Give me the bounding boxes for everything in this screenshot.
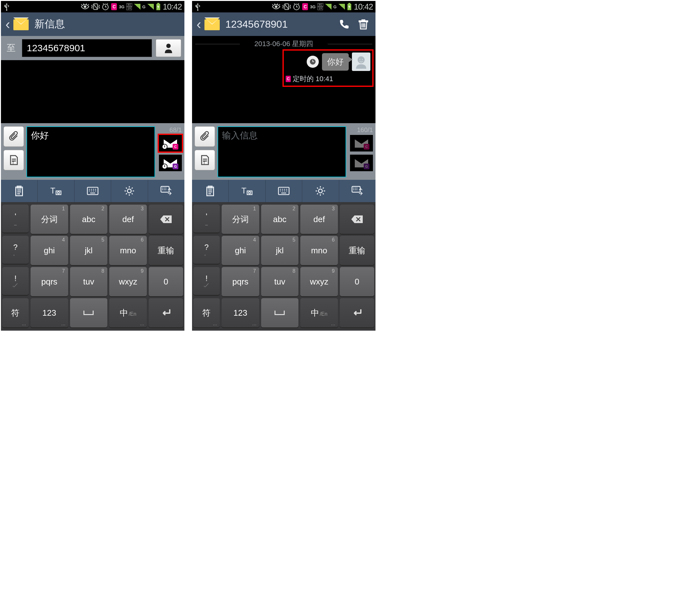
key-5[interactable]: 5jkl bbox=[261, 236, 299, 265]
status-time: 10:42 bbox=[354, 2, 373, 12]
svg-rect-32 bbox=[352, 187, 360, 192]
key-7[interactable]: 7pqrs bbox=[31, 267, 68, 296]
key-retype[interactable]: 重输 bbox=[149, 236, 183, 265]
recipient-label: 至 bbox=[4, 42, 18, 54]
action-bar: ‹ 12345678901 bbox=[192, 12, 376, 36]
key-8[interactable]: 8tuv bbox=[261, 267, 299, 296]
keyboard: '_ 1分词 2abc 3def ?。 4ghi 5jkl 6mno 重输 !,… bbox=[1, 202, 185, 331]
network-3g-indicator: 3G bbox=[119, 5, 124, 9]
attach-button[interactable] bbox=[3, 126, 24, 147]
battery-icon bbox=[347, 3, 352, 11]
kb-keyboard-button[interactable] bbox=[74, 180, 111, 202]
svg-point-11 bbox=[57, 192, 59, 194]
signal-bars-1 bbox=[325, 4, 332, 10]
status-time: 10:42 bbox=[163, 2, 182, 12]
eye-icon bbox=[81, 3, 89, 10]
attach-button[interactable] bbox=[194, 126, 215, 147]
key-6[interactable]: 6mno bbox=[300, 236, 338, 265]
phone-right-screenshot: C 3G 3G1X G 10:42 ‹ 12345678901 2013-06-… bbox=[192, 1, 376, 331]
key-1[interactable]: 1分词 bbox=[222, 205, 259, 234]
key-9[interactable]: 9wxyz bbox=[300, 267, 338, 296]
key-exclaim[interactable]: !,／ bbox=[2, 267, 29, 295]
recipient-input[interactable]: 12345678901 bbox=[22, 39, 152, 57]
kb-keyboard-button[interactable] bbox=[266, 180, 302, 202]
conversation-area[interactable]: 2013-06-06 星期四 你好 C 定时的 10:41 bbox=[192, 36, 376, 123]
key-symbol[interactable]: 符… bbox=[193, 298, 220, 327]
send-sim-g-button[interactable]: G bbox=[350, 155, 373, 171]
key-enter[interactable] bbox=[149, 298, 183, 327]
key-2[interactable]: 2abc bbox=[261, 205, 299, 234]
key-7[interactable]: 7pqrs bbox=[222, 267, 259, 296]
key-apostrophe[interactable]: '_ bbox=[193, 205, 220, 233]
key-0[interactable]: 0 bbox=[149, 267, 183, 296]
svg-text:T: T bbox=[12, 160, 14, 165]
key-question[interactable]: ?。 bbox=[2, 236, 29, 264]
send-sim-c-button[interactable]: C bbox=[350, 135, 373, 151]
key-backspace[interactable] bbox=[340, 205, 374, 234]
signal-bars-1 bbox=[134, 4, 141, 10]
key-space[interactable] bbox=[261, 298, 299, 327]
key-4[interactable]: 4ghi bbox=[31, 236, 68, 265]
char-counter: 160/1 bbox=[357, 126, 373, 134]
kb-move-button[interactable] bbox=[148, 180, 185, 202]
send-sim-g-button[interactable]: G bbox=[159, 155, 182, 171]
key-0[interactable]: 0 bbox=[340, 267, 374, 296]
key-backspace[interactable] bbox=[149, 205, 183, 234]
vibrate-icon bbox=[91, 3, 100, 10]
status-bar: C 3G 3G 1X G 10:42 bbox=[1, 1, 185, 12]
key-6[interactable]: 6mno bbox=[109, 236, 147, 265]
network-dual-indicator: 3G1X bbox=[318, 3, 323, 10]
key-4[interactable]: 4ghi bbox=[222, 236, 259, 265]
kb-clipboard-button[interactable] bbox=[192, 180, 229, 202]
key-5[interactable]: 5jkl bbox=[70, 236, 108, 265]
key-2[interactable]: 2abc bbox=[70, 205, 108, 234]
key-apostrophe[interactable]: '_ bbox=[2, 205, 29, 233]
back-button[interactable]: ‹ bbox=[194, 16, 203, 32]
action-bar: ‹ 新信息 bbox=[1, 12, 185, 36]
message-app-icon bbox=[13, 18, 29, 30]
pick-contact-button[interactable] bbox=[156, 39, 181, 57]
key-exclaim[interactable]: !,／ bbox=[193, 267, 220, 295]
contact-avatar[interactable] bbox=[352, 53, 370, 71]
svg-rect-4 bbox=[157, 3, 159, 4]
kb-text-camera-button[interactable]: T bbox=[38, 180, 74, 202]
template-button[interactable]: T bbox=[3, 150, 24, 170]
network-3g-indicator: 3G bbox=[310, 5, 315, 9]
compose-input[interactable]: 你好 bbox=[26, 126, 155, 177]
key-lang[interactable]: 中/En… bbox=[109, 298, 147, 327]
back-button[interactable]: ‹ bbox=[3, 16, 12, 32]
scheduled-clock-icon bbox=[307, 56, 319, 68]
compose-input[interactable]: 输入信息 bbox=[218, 126, 346, 177]
kb-move-button[interactable] bbox=[339, 180, 376, 202]
phone-left-screenshot: C 3G 3G 1X G 10:42 ‹ 新信息 至 12345678901 bbox=[1, 1, 185, 331]
key-3[interactable]: 3def bbox=[109, 205, 147, 234]
svg-rect-12 bbox=[87, 187, 98, 194]
kb-text-camera-button[interactable]: T bbox=[229, 180, 265, 202]
key-9[interactable]: 9wxyz bbox=[109, 267, 147, 296]
svg-point-15 bbox=[275, 5, 277, 8]
svg-point-22 bbox=[360, 59, 361, 60]
key-8[interactable]: 8tuv bbox=[70, 267, 108, 296]
key-retype[interactable]: 重输 bbox=[340, 236, 374, 265]
kb-settings-button[interactable] bbox=[111, 180, 148, 202]
key-question[interactable]: ?。 bbox=[193, 236, 220, 264]
key-symbol[interactable]: 符… bbox=[2, 298, 29, 327]
key-1[interactable]: 1分词 bbox=[31, 205, 68, 234]
signal-bars-2 bbox=[338, 4, 345, 10]
key-enter[interactable] bbox=[340, 298, 374, 327]
delete-button[interactable] bbox=[354, 16, 373, 32]
template-button[interactable]: T bbox=[194, 150, 215, 170]
svg-text:T: T bbox=[203, 160, 205, 165]
message-bubble[interactable]: 你好 bbox=[322, 53, 349, 71]
key-space[interactable] bbox=[70, 298, 108, 327]
key-3[interactable]: 3def bbox=[300, 205, 338, 234]
kb-settings-button[interactable] bbox=[302, 180, 339, 202]
send-sim-c-button[interactable]: C bbox=[159, 135, 182, 151]
key-123[interactable]: 123… bbox=[222, 298, 259, 327]
key-lang[interactable]: 中/En… bbox=[300, 298, 338, 327]
kb-clipboard-button[interactable] bbox=[1, 180, 38, 202]
vibrate-icon bbox=[282, 3, 291, 10]
key-123[interactable]: 123… bbox=[31, 298, 68, 327]
call-button[interactable] bbox=[335, 16, 354, 32]
svg-rect-19 bbox=[348, 3, 350, 4]
